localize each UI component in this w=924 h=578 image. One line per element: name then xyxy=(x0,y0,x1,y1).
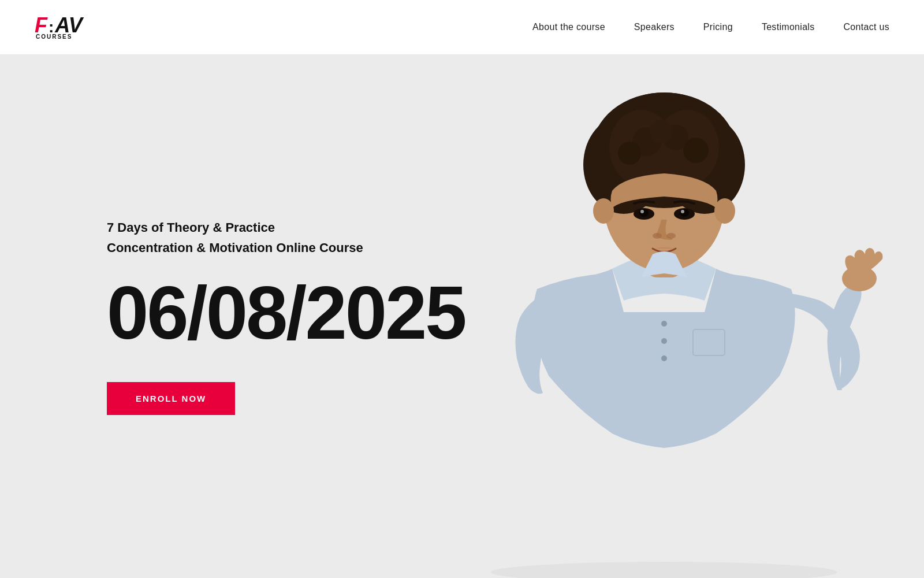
svg-point-22 xyxy=(593,198,614,224)
navbar: F : AV COURSES About the course Speakers… xyxy=(0,0,924,55)
svg-point-0 xyxy=(491,562,837,578)
svg-point-25 xyxy=(661,321,667,327)
logo-colon: : xyxy=(49,19,54,35)
main-nav: About the course Speakers Pricing Testim… xyxy=(532,22,889,32)
nav-pricing[interactable]: Pricing xyxy=(703,22,733,32)
hero-subtitle: 7 Days of Theory & Practice Concentratio… xyxy=(107,218,465,257)
svg-point-23 xyxy=(714,198,735,224)
svg-point-16 xyxy=(640,210,644,213)
nav-contact[interactable]: Contact us xyxy=(844,22,889,32)
svg-point-18 xyxy=(680,209,689,217)
svg-point-19 xyxy=(681,210,684,213)
svg-point-20 xyxy=(653,233,662,239)
logo[interactable]: F : AV COURSES xyxy=(35,15,83,40)
nav-about[interactable]: About the course xyxy=(532,22,605,32)
logo-av: AV xyxy=(55,15,82,36)
svg-point-26 xyxy=(661,338,667,344)
svg-point-12 xyxy=(683,138,709,163)
hero-person-image xyxy=(404,55,924,578)
svg-point-13 xyxy=(650,120,673,143)
enroll-button[interactable]: ENROLL NOW xyxy=(107,382,235,415)
svg-point-21 xyxy=(666,233,676,239)
logo-f: F xyxy=(35,15,47,36)
nav-speakers[interactable]: Speakers xyxy=(634,22,675,32)
nav-testimonials[interactable]: Testimonials xyxy=(762,22,815,32)
svg-point-11 xyxy=(618,142,641,165)
logo-courses: COURSES xyxy=(36,34,83,40)
hero-content: 7 Days of Theory & Practice Concentratio… xyxy=(0,218,465,414)
hero-date: 06/08/2025 xyxy=(107,275,465,350)
svg-point-15 xyxy=(639,209,649,217)
hero-section: 7 Days of Theory & Practice Concentratio… xyxy=(0,55,924,578)
svg-point-27 xyxy=(661,355,667,361)
